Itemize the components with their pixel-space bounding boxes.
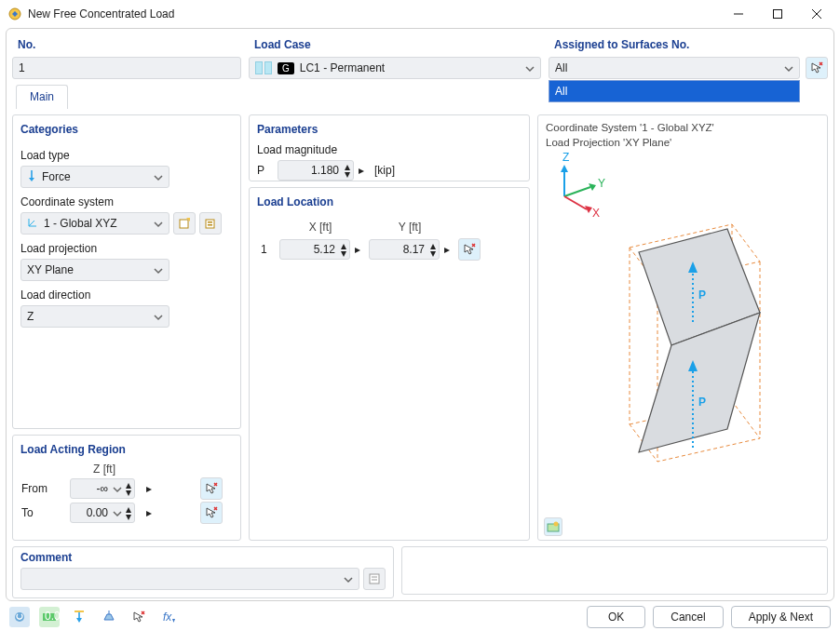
pick-to-button[interactable]: [200, 502, 223, 524]
apply-next-button[interactable]: Apply & Next: [731, 606, 831, 628]
header-row: No. 1 Load Case G LC1 - Permanent Assign…: [12, 34, 828, 79]
spin-buttons[interactable]: ▴▾: [340, 243, 347, 257]
svg-rect-56: [75, 610, 84, 612]
region-z-header: Z [ft]: [69, 462, 140, 476]
location-x-input[interactable]: 5.12 ▴▾: [279, 239, 350, 260]
tool-button-5[interactable]: [129, 607, 149, 627]
minimize-button[interactable]: [719, 1, 758, 27]
pick-surfaces-button[interactable]: [806, 57, 828, 79]
step-right-icon[interactable]: ▸: [145, 510, 153, 517]
load-direction-select[interactable]: Z: [20, 305, 169, 328]
comment-row: Comment: [12, 546, 828, 598]
axes-icon: [27, 217, 38, 231]
step-right-icon[interactable]: ▸: [354, 247, 361, 253]
p-unit: [kip]: [374, 164, 395, 177]
step-right-icon[interactable]: ▸: [443, 247, 451, 253]
footer: 0.00 fx OK Cancel Apply & Next: [0, 601, 840, 633]
preview-3d-view[interactable]: Z Y X: [546, 150, 820, 550]
spin-buttons[interactable]: ▴▾: [429, 243, 437, 257]
chevron-down-icon: [344, 574, 353, 584]
svg-text:P: P: [698, 396, 706, 409]
chevron-down-icon[interactable]: [113, 484, 122, 493]
svg-point-47: [554, 522, 559, 527]
dialog-body: No. 1 Load Case G LC1 - Permanent Assign…: [6, 28, 834, 601]
preview-settings-button[interactable]: [544, 517, 562, 536]
arrow-down-icon: [27, 170, 36, 184]
categories-panel: Categories Load type Force Coordinate sy…: [12, 114, 241, 429]
load-case-value: LC1 - Permanent: [300, 61, 385, 74]
load-acting-region-panel: Load Acting Region Z [ft] From -∞ ▴▾ ▸: [12, 435, 241, 541]
tool-button-3[interactable]: [69, 607, 89, 627]
load-case-select[interactable]: G LC1 - Permanent: [249, 57, 541, 79]
app-icon: [7, 7, 22, 21]
maximize-button[interactable]: [758, 1, 797, 27]
spin-buttons[interactable]: ▴▾: [125, 506, 132, 520]
parameters-title: Parameters: [257, 119, 522, 141]
no-input[interactable]: 1: [12, 57, 241, 79]
assigned-dropdown-list[interactable]: All: [549, 80, 800, 102]
chevron-down-icon: [525, 63, 535, 73]
comment-panel: Comment: [12, 546, 394, 598]
chevron-down-icon[interactable]: [113, 508, 122, 517]
location-x-header: X [ft]: [276, 220, 365, 235]
svg-marker-24: [561, 165, 568, 172]
svg-rect-15: [208, 221, 212, 223]
region-to-label: To: [20, 501, 69, 525]
spin-buttons[interactable]: ▴▾: [125, 482, 132, 496]
load-type-select[interactable]: Force: [20, 166, 169, 188]
close-button[interactable]: [797, 1, 836, 27]
coord-system-library-button[interactable]: [199, 212, 222, 235]
spin-buttons[interactable]: ▴▾: [344, 164, 351, 178]
comment-title: Comment: [20, 551, 386, 568]
tool-button-4[interactable]: [99, 607, 119, 627]
svg-text:Y: Y: [598, 177, 605, 190]
new-coord-system-button[interactable]: [173, 212, 196, 235]
titlebar: New Free Concentrated Load: [0, 0, 840, 28]
assigned-select[interactable]: All All: [549, 57, 800, 79]
pick-location-button[interactable]: [458, 238, 481, 261]
svg-rect-12: [180, 220, 188, 228]
step-right-icon[interactable]: ▸: [358, 168, 365, 174]
load-case-category-badge: G: [278, 62, 294, 74]
main-area: Categories Load type Force Coordinate sy…: [12, 114, 828, 541]
location-y-input[interactable]: 8.17 ▴▾: [369, 239, 440, 260]
load-projection-label: Load projection: [20, 242, 233, 255]
step-right-icon[interactable]: ▸: [145, 486, 153, 492]
svg-line-11: [29, 221, 34, 226]
chevron-down-icon: [784, 63, 793, 73]
categories-title: Categories: [20, 119, 233, 141]
svg-text:P: P: [698, 288, 706, 302]
p-input[interactable]: 1.180 ▴▾: [278, 160, 354, 181]
svg-text:fx: fx: [163, 610, 172, 624]
svg-text:0.00: 0.00: [45, 610, 67, 623]
coord-system-select[interactable]: 1 - Global XYZ: [20, 212, 169, 235]
preview-panel: Coordinate System '1 - Global XYZ' Load …: [537, 114, 828, 541]
assigned-label: Assigned to Surfaces No.: [549, 34, 828, 57]
load-direction-label: Load direction: [20, 288, 233, 302]
svg-rect-16: [208, 224, 212, 226]
tab-main[interactable]: Main: [16, 85, 68, 109]
assigned-option-all[interactable]: All: [549, 81, 799, 101]
comment-edit-button[interactable]: [363, 568, 386, 590]
svg-marker-57: [104, 614, 114, 620]
calc-button[interactable]: [9, 607, 30, 627]
comment-select[interactable]: [20, 568, 359, 590]
chevron-down-icon: [154, 312, 163, 321]
ok-button[interactable]: OK: [587, 606, 645, 628]
svg-marker-8: [29, 178, 34, 181]
svg-marker-62: [172, 619, 175, 623]
region-to-input[interactable]: 0.00 ▴▾: [70, 503, 135, 523]
no-label: No.: [12, 34, 241, 57]
svg-text:Z: Z: [562, 151, 569, 164]
region-from-input[interactable]: -∞ ▴▾: [70, 478, 135, 499]
location-title: Load Location: [257, 192, 522, 214]
load-location-panel: Load Location X [ft] Y [ft] 1 5.1: [249, 187, 530, 541]
svg-rect-14: [206, 220, 214, 228]
load-projection-select[interactable]: XY Plane: [20, 259, 169, 281]
cancel-button[interactable]: Cancel: [653, 606, 723, 628]
units-button[interactable]: 0.00: [39, 607, 60, 627]
tool-button-6[interactable]: fx: [158, 607, 179, 627]
pick-from-button[interactable]: [200, 477, 223, 500]
window-title: New Free Concentrated Load: [28, 7, 719, 20]
coord-system-label: Coordinate system: [20, 195, 233, 208]
